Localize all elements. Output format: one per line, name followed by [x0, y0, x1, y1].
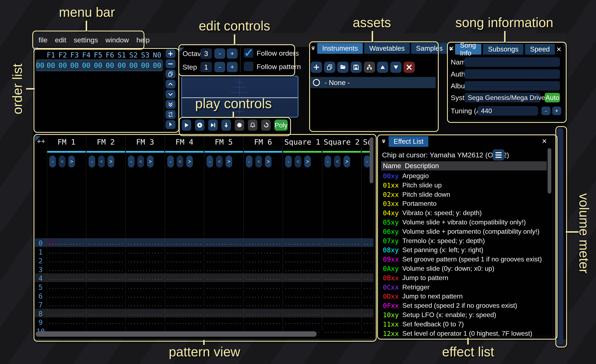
pattern-cell[interactable]: ............. [48, 275, 85, 282]
pattern-cell[interactable]: ............. [206, 258, 243, 264]
pattern-cell[interactable]: ............. [324, 240, 360, 246]
play-to-cursor-button[interactable] [208, 120, 218, 131]
channel-collapse-button[interactable]: - [167, 155, 174, 167]
octave-minus-button[interactable]: - [214, 48, 225, 59]
pattern-cell[interactable]: ............. [127, 319, 164, 326]
pattern-cell[interactable]: ............. [245, 258, 282, 264]
pattern-cell[interactable]: ............. [363, 328, 373, 335]
effect-code[interactable]: 00xy [383, 172, 399, 180]
channel-shrink-button[interactable]: < [255, 155, 262, 167]
pattern-cell[interactable]: ............. [245, 249, 282, 255]
menu-item-settings[interactable]: settings [74, 36, 98, 44]
order-unlink-button[interactable] [165, 110, 176, 119]
order-cell[interactable]: 00 [151, 61, 163, 70]
tab-wavetables[interactable]: Wavetables [364, 43, 410, 54]
tab-speed[interactable]: Speed [525, 44, 555, 55]
tuning-plus-button[interactable]: + [552, 107, 561, 115]
pattern-cell[interactable]: ............. [127, 284, 164, 290]
channel-collapse-button[interactable]: - [207, 155, 213, 167]
menu-item-window[interactable]: window [105, 36, 129, 44]
pattern-cell[interactable]: ............. [166, 249, 203, 255]
pattern-cell[interactable]: ............. [363, 240, 373, 246]
effect-code[interactable]: 0Bxx [383, 274, 399, 282]
pattern-cell[interactable]: ............. [127, 249, 164, 255]
pattern-cell[interactable]: ............. [206, 311, 243, 317]
channel-shrink-button[interactable]: < [98, 155, 105, 167]
tab-samples[interactable]: Samples [411, 43, 448, 54]
channel-collapse-button[interactable]: - [89, 155, 95, 167]
pattern-cell[interactable]: ............. [245, 293, 282, 299]
pattern-cell[interactable]: ............. [363, 258, 373, 264]
tab-effect-list[interactable]: Effect List [389, 136, 428, 147]
step-minus-button[interactable]: - [214, 62, 225, 72]
pattern-cell[interactable]: ............. [324, 328, 360, 335]
pattern-cell[interactable]: ............. [88, 319, 125, 326]
pattern-cell[interactable]: ............. [127, 240, 164, 246]
effect-code[interactable]: 0Dxx [383, 292, 399, 300]
song-system-select[interactable]: Sega Genesis/Mega Drive [464, 93, 541, 102]
pattern-cell[interactable]: ............. [88, 240, 125, 246]
pattern-cell[interactable]: ............. [363, 302, 373, 308]
pattern-cell[interactable]: ............. [284, 284, 321, 290]
channel-header-square-2[interactable]: Square 2 [322, 138, 361, 146]
pattern-cell[interactable]: ............. [48, 240, 85, 246]
poly-button[interactable]: Poly [274, 120, 288, 131]
system-auto-button[interactable]: Auto [545, 93, 560, 102]
pattern-cell[interactable]: ............. [324, 311, 360, 317]
pattern-cell[interactable]: ............. [48, 284, 85, 290]
channel-header-fm-4[interactable]: FM 4 [165, 138, 204, 146]
pattern-cell[interactable]: ............. [363, 319, 373, 326]
pattern-cell[interactable]: ............. [166, 240, 203, 246]
order-cell[interactable]: 00 [104, 61, 116, 70]
effect-code[interactable]: 09xx [383, 255, 399, 263]
order-cell[interactable]: 00 [69, 61, 80, 70]
effect-list-scrollbar[interactable] [548, 148, 551, 194]
pattern-cell[interactable]: ............. [363, 249, 373, 255]
pattern-cell[interactable]: ............. [127, 311, 164, 317]
order-cursor-button[interactable] [165, 120, 176, 129]
pattern-cell[interactable]: ............. [284, 319, 321, 326]
pattern-cell[interactable]: ............. [324, 258, 360, 264]
channel-header-fm-3[interactable]: FM 3 [125, 138, 165, 146]
pattern-cell[interactable]: ............. [88, 311, 125, 317]
effect-code[interactable]: 01xx [383, 181, 399, 189]
pattern-cell[interactable]: ............. [284, 249, 321, 255]
channel-collapse-button[interactable]: - [325, 155, 331, 167]
pattern-cell[interactable]: ............. [324, 284, 360, 290]
pattern-cell[interactable]: ............. [324, 275, 360, 282]
pattern-cell[interactable]: ............. [48, 311, 85, 317]
asset-delete-button[interactable] [403, 62, 415, 73]
order-cell[interactable]: 00 [92, 61, 104, 70]
channel-header-square-1[interactable]: Square 1 [283, 138, 322, 146]
channel-shrink-button[interactable]: < [59, 155, 65, 167]
pattern-cell[interactable]: ............. [166, 302, 203, 308]
channel-header-fm-2[interactable]: FM 2 [86, 138, 125, 146]
pattern-cell[interactable]: ............. [88, 293, 125, 299]
channel-collapse-button[interactable]: - [49, 155, 56, 167]
pattern-cell[interactable]: ............. [88, 302, 125, 308]
channel-shrink-button[interactable]: < [334, 155, 341, 167]
pattern-cell[interactable]: ............. [324, 302, 360, 308]
asset-list-selected-row[interactable]: - None - [310, 77, 436, 88]
pattern-cell[interactable]: ............. [245, 302, 282, 308]
pattern-cell[interactable]: ............. [48, 302, 85, 308]
song-album-input[interactable] [464, 81, 560, 91]
order-cell[interactable]: 00 [45, 61, 57, 70]
pattern-cell[interactable]: ............. [127, 302, 164, 308]
channel-collapse-button[interactable]: - [246, 155, 253, 167]
pattern-cell[interactable]: ............. [48, 319, 85, 326]
effect-menu-button[interactable] [492, 149, 505, 160]
channel-collapse-button[interactable]: - [285, 155, 292, 167]
order-cell[interactable]: 00 [81, 61, 92, 70]
pattern-cell[interactable]: ............. [166, 293, 203, 299]
pattern-cell[interactable]: ............. [206, 319, 243, 326]
pattern-cell[interactable]: ............. [245, 240, 282, 246]
channel-grow-button[interactable]: > [186, 155, 193, 167]
pattern-cell[interactable]: ............. [363, 275, 373, 282]
play-button[interactable] [182, 120, 191, 131]
pattern-cell[interactable]: ............. [206, 240, 243, 246]
channel-grow-button[interactable]: > [108, 155, 114, 167]
effect-code[interactable]: 10xy [383, 311, 399, 319]
asset-save-button[interactable] [350, 62, 362, 73]
pattern-cell[interactable]: ............. [206, 284, 243, 290]
